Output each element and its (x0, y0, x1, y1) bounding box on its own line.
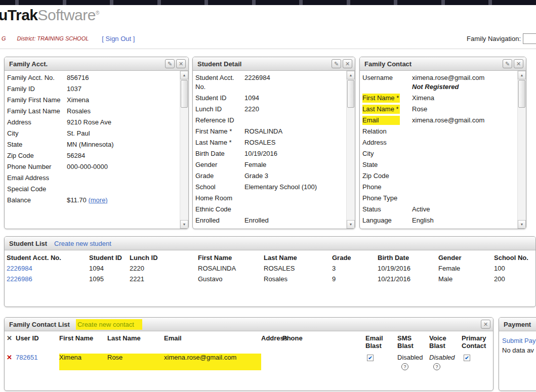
top-menu-tab[interactable] (66, 0, 110, 5)
field-label: State (7, 140, 67, 149)
contact-first-name-cell: Ximena (59, 354, 107, 370)
field-value: 856716 (67, 73, 177, 82)
edit-icon[interactable]: ✎ (165, 59, 175, 68)
column-header: Last Name (264, 254, 332, 262)
lunch-id-cell: 2221 (130, 275, 198, 283)
scroll-up-icon[interactable]: ▲ (180, 71, 188, 79)
contact-last-name-cell: Rose (107, 354, 164, 370)
family-navigation-label: Family Navigation: (467, 35, 521, 42)
top-menu-tab[interactable] (350, 0, 394, 5)
scroll-up-icon[interactable]: ▲ (518, 71, 526, 79)
birth-date-cell: 10/21/2016 (378, 275, 438, 283)
top-menu-tab[interactable] (161, 0, 205, 5)
field-label: Username (362, 73, 412, 82)
field-label: Birth Date (195, 149, 244, 158)
field-value: Enrolled (244, 216, 344, 225)
family-acct-panel-header: Family Acct. ✎ ✕ (5, 57, 188, 71)
panel-title: Family Contact (364, 60, 411, 68)
contact-user-id-link[interactable]: 782651 (16, 354, 37, 361)
column-header: User ID (16, 334, 59, 350)
field-label: Phone Number (7, 162, 67, 171)
top-menu-tab[interactable] (256, 0, 300, 5)
left-text-fragment: G (2, 35, 6, 41)
field-row: Family Last Name Rosales (7, 106, 177, 117)
field-value: English (412, 216, 515, 225)
create-new-contact-link[interactable]: Create new contact (76, 319, 142, 330)
field-label: Enrolled (195, 216, 244, 225)
field-value: ROSALINDA (244, 127, 344, 136)
help-icon[interactable]: ? (401, 363, 408, 370)
close-icon[interactable]: ✕ (481, 320, 490, 329)
top-menu-tab[interactable] (303, 0, 347, 5)
field-value: ximena.rose@gmail.com Not Registered (412, 73, 515, 92)
sms-blast-cell: Disabled ? (397, 354, 429, 370)
field-value: ximena.rose@gmail.com (412, 116, 515, 125)
top-menu-tab[interactable] (113, 0, 157, 5)
close-icon[interactable]: ✕ (343, 59, 352, 68)
field-row: Birth Date 10/19/2016 (195, 148, 344, 159)
student-id-cell: 1095 (89, 275, 130, 283)
field-row: Student ID 1094 (195, 93, 344, 104)
top-menu-tab[interactable] (445, 0, 489, 5)
sms-blast-status: Disabled (397, 354, 429, 362)
field-value: St. Paul (67, 129, 177, 138)
primary-contact-checkbox[interactable]: ✔ (464, 355, 470, 361)
help-icon[interactable]: ? (433, 363, 440, 370)
scroll-down-icon[interactable]: ▼ (180, 220, 188, 229)
balance-more-link[interactable]: (more) (88, 196, 107, 204)
student-acct-link[interactable]: 2226986 (7, 275, 32, 283)
top-menu-tab[interactable] (19, 0, 63, 5)
field-value: ROSALES (244, 138, 344, 147)
create-new-student-link[interactable]: Create new student (54, 240, 111, 247)
delete-contact-icon[interactable]: ✕ (7, 354, 12, 361)
field-row: Family Acct. No. 856716 (7, 72, 177, 83)
scrollbar-thumb[interactable] (181, 80, 188, 108)
scroll-down-icon[interactable]: ▼ (518, 220, 526, 229)
scroll-down-icon[interactable]: ▼ (347, 220, 355, 229)
field-label: First Name * (195, 127, 244, 136)
column-header: Primary Contact (462, 334, 493, 350)
field-value: 10/19/2016 (244, 149, 344, 158)
edit-icon[interactable]: ✎ (332, 59, 341, 68)
field-label: Zip Code (7, 151, 67, 160)
submit-payment-link[interactable]: Submit Pay (502, 337, 535, 344)
email-blast-checkbox[interactable]: ✔ (367, 355, 374, 361)
lunch-id-cell: 2220 (130, 265, 198, 273)
field-row: Grade Grade 3 (195, 170, 344, 182)
payment-panel-header: Payment (499, 318, 536, 331)
column-header: Email (164, 334, 261, 350)
field-row: Phone (362, 182, 515, 193)
top-menu-tab[interactable] (208, 0, 252, 5)
scrollbar-thumb[interactable] (347, 80, 354, 108)
select-all-delete-icon[interactable]: ✕ (7, 334, 16, 350)
field-row: Language English (362, 215, 515, 226)
field-label: Zip Code (362, 171, 412, 181)
contact-address-cell (261, 354, 282, 370)
last-name-cell: Rosales (264, 275, 332, 283)
field-label: Family First Name (7, 96, 67, 105)
scroll-up-icon[interactable]: ▲ (347, 71, 355, 79)
sign-out-link[interactable]: [ Sign Out ] (102, 35, 135, 42)
close-icon[interactable]: ✕ (514, 59, 523, 68)
field-row: Address (362, 137, 515, 148)
close-icon[interactable]: ✕ (176, 59, 186, 68)
family-navigation-input[interactable] (523, 33, 536, 44)
scrollbar-thumb[interactable] (518, 80, 525, 108)
top-menu-tab[interactable] (0, 0, 15, 5)
top-menu-tab[interactable] (492, 0, 536, 5)
column-header: Lunch ID (130, 254, 198, 262)
field-row: Balance $11.70 (more) (7, 195, 177, 206)
student-list-header-row: Student Acct. No. Student ID Lunch ID Fi… (5, 250, 535, 262)
not-registered-status: Not Registered (412, 82, 515, 92)
family-acct-panel-body: Family Acct. No. 856716 Family ID 1037 F… (5, 71, 188, 229)
student-acct-link[interactable]: 2226984 (7, 265, 32, 272)
top-menu-tab[interactable] (397, 0, 441, 5)
field-row: City (362, 148, 515, 159)
field-label: Address (7, 118, 67, 127)
field-label: City (362, 149, 412, 158)
field-row: Zip Code 56284 (7, 150, 177, 161)
panel-title: Student List (9, 240, 47, 247)
family-acct-panel: Family Acct. ✎ ✕ Family Acct. No. 856716… (4, 57, 189, 229)
edit-icon[interactable]: ✎ (503, 59, 512, 68)
field-row: City St. Paul (7, 128, 177, 139)
